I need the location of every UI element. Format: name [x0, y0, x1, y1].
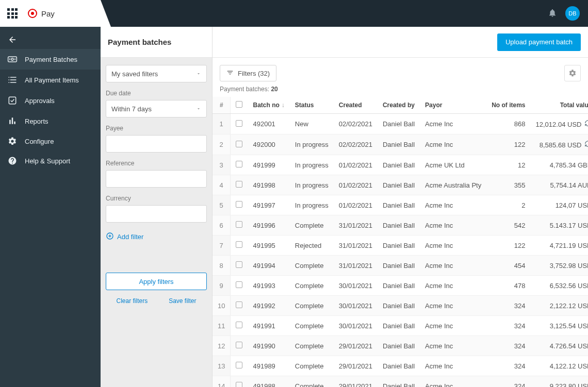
nav-icon	[7, 116, 18, 126]
svg-rect-4	[9, 97, 15, 104]
row-checkbox[interactable]	[236, 382, 242, 387]
brand: Pay	[28, 9, 55, 18]
row-checkbox[interactable]	[236, 322, 242, 328]
row-checkbox[interactable]	[236, 120, 242, 127]
row-index: 3	[213, 155, 231, 175]
row-checkbox[interactable]	[236, 241, 242, 248]
row-index: 8	[213, 256, 231, 276]
cell-payor: Acme Inc	[420, 195, 486, 215]
currency-field[interactable]	[106, 205, 207, 223]
upload-payment-batch-button[interactable]: Upload payment batch	[497, 33, 581, 51]
table-row[interactable]: 6491996Complete31/01/2021Daniel BallAcme…	[213, 215, 588, 235]
table-row[interactable]: 10491992Complete30/01/2021Daniel BallAcm…	[213, 296, 588, 316]
table-row[interactable]: 12491990Complete29/01/2021Daniel BallAcm…	[213, 336, 588, 356]
cell-created: 02/02/2021	[334, 134, 378, 155]
add-filter-button[interactable]: Add filter	[106, 232, 207, 242]
col-batch-no[interactable]: Batch no↓	[248, 97, 289, 114]
due-date-select[interactable]: Within 7 days	[106, 100, 207, 117]
sidebar-item-payment-batches[interactable]: Payment Batches	[0, 49, 101, 70]
col-total[interactable]: Total value	[531, 97, 588, 114]
table-row[interactable]: 7491995Rejected31/01/2021Daniel BallAcme…	[213, 235, 588, 256]
row-checkbox[interactable]	[236, 362, 242, 368]
row-index: 1	[213, 114, 231, 134]
cell-total: 4,721.19 USD	[531, 235, 588, 256]
apply-filters-button[interactable]: Apply filters	[106, 273, 207, 290]
row-checkbox[interactable]	[236, 261, 242, 268]
back-button[interactable]	[0, 31, 101, 49]
cell-batch-no: 491998	[248, 175, 289, 195]
cell-items: 2	[486, 195, 530, 215]
payee-field[interactable]	[106, 135, 207, 153]
cell-created: 31/01/2021	[334, 256, 378, 276]
col-status[interactable]: Status	[290, 97, 334, 114]
cell-created-by: Daniel Ball	[378, 356, 420, 376]
clear-filters-link[interactable]: Clear filters	[116, 297, 148, 305]
row-checkbox[interactable]	[236, 342, 242, 348]
cell-created: 01/02/2021	[334, 155, 378, 175]
gear-button[interactable]	[564, 65, 581, 81]
bell-icon[interactable]	[548, 8, 557, 19]
cell-created-by: Daniel Ball	[378, 215, 420, 235]
sidebar-item-help-support[interactable]: Help & Support	[0, 151, 101, 171]
reference-field[interactable]	[106, 170, 207, 188]
row-index: 9	[213, 276, 231, 296]
cell-total: 9,223.80 USD	[531, 376, 588, 388]
sidebar-item-approvals[interactable]: Approvals	[0, 90, 101, 111]
cell-payor: Acme Inc	[420, 316, 486, 336]
col-created-by[interactable]: Created by	[378, 97, 420, 114]
row-index: 11	[213, 316, 231, 336]
save-filter-link[interactable]: Save filter	[169, 297, 196, 305]
row-checkbox[interactable]	[236, 181, 242, 188]
apps-icon[interactable]	[7, 8, 18, 19]
refresh-icon[interactable]	[584, 141, 588, 149]
cell-items: 122	[486, 235, 530, 256]
row-checkbox[interactable]	[236, 221, 242, 228]
table-row[interactable]: 2492000In progress02/02/2021Daniel BallA…	[213, 134, 588, 155]
cell-batch-no: 491992	[248, 296, 289, 316]
table-row[interactable]: 5491997In progress01/02/2021Daniel BallA…	[213, 195, 588, 215]
table-row[interactable]: 1492001New02/02/2021Daniel BallAcme Inc8…	[213, 114, 588, 134]
select-all-checkbox[interactable]	[236, 101, 242, 108]
cell-created: 31/01/2021	[334, 235, 378, 256]
table-row[interactable]: 11491991Complete30/01/2021Daniel BallAcm…	[213, 316, 588, 336]
row-checkbox[interactable]	[236, 281, 242, 288]
cell-total: 12,012.04 USD	[531, 114, 588, 134]
cell-payor: Acme Inc	[420, 276, 486, 296]
saved-filters-label: My saved filters	[111, 70, 158, 78]
sidebar-item-label: Help & Support	[25, 157, 70, 165]
svg-point-1	[11, 58, 13, 60]
cell-total: 8,585.68 USD	[531, 134, 588, 155]
sidebar-item-all-payment-items[interactable]: All Payment Items	[0, 70, 101, 90]
table-row[interactable]: 14491988Complete29/01/2021Daniel BallAcm…	[213, 376, 588, 388]
row-checkbox[interactable]	[236, 201, 242, 208]
col-items[interactable]: No of items	[486, 97, 530, 114]
funnel-icon	[226, 69, 234, 78]
cell-created-by: Daniel Ball	[378, 336, 420, 356]
row-checkbox[interactable]	[236, 141, 242, 147]
cell-payor: Acme Inc	[420, 356, 486, 376]
sidebar-item-configure[interactable]: Configure	[0, 131, 101, 151]
col-created[interactable]: Created	[334, 97, 378, 114]
cell-items: 355	[486, 175, 530, 195]
table-row[interactable]: 4491998In progress01/02/2021Daniel BallA…	[213, 175, 588, 195]
table-row[interactable]: 8491994Complete31/01/2021Daniel BallAcme…	[213, 256, 588, 276]
col-payor[interactable]: Payor	[420, 97, 486, 114]
row-index: 14	[213, 376, 231, 388]
refresh-icon[interactable]	[584, 121, 588, 128]
table-row[interactable]: 9491993Complete30/01/2021Daniel BallAcme…	[213, 276, 588, 296]
avatar[interactable]: DB	[565, 6, 580, 21]
row-index: 10	[213, 296, 231, 316]
cell-created: 29/01/2021	[334, 376, 378, 388]
sidebar-item-reports[interactable]: Reports	[0, 111, 101, 131]
cell-payor: Acme Inc	[420, 134, 486, 155]
cell-items: 324	[486, 356, 530, 376]
table-row[interactable]: 3491999In progress01/02/2021Daniel BallA…	[213, 155, 588, 175]
row-checkbox[interactable]	[236, 161, 242, 167]
chevron-down-icon	[196, 105, 201, 113]
cell-created-by: Daniel Ball	[378, 316, 420, 336]
row-checkbox[interactable]	[236, 301, 242, 308]
cell-total: 3,752.98 USD	[531, 256, 588, 276]
table-row[interactable]: 13491989Complete29/01/2021Daniel BallAcm…	[213, 356, 588, 376]
saved-filters-select[interactable]: My saved filters	[106, 65, 207, 82]
filters-button[interactable]: Filters (32)	[220, 65, 276, 81]
